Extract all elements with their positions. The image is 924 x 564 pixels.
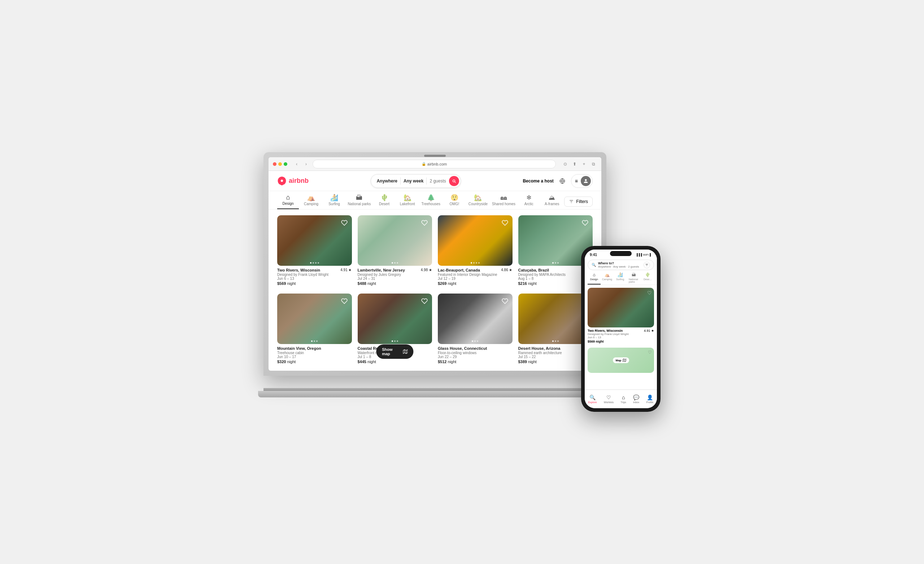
phone-status-icons: ▐▐▐ WiFi ▌ <box>636 253 652 256</box>
phone-surfing-label: Surfing <box>616 278 624 281</box>
phone-cat-national-parks[interactable]: 🏔 National parks <box>627 272 641 284</box>
close-button[interactable] <box>273 162 276 166</box>
browser-chrome: ‹ › 🔒 airbnb.com ⊙ ⬆ + ⧉ <box>268 157 602 171</box>
listing-info-0: Two Rivers, Wisconsin 4.91 ★ Designed by… <box>277 266 352 288</box>
dot-indicators-0 <box>310 262 319 263</box>
phone-map-heart[interactable]: ♡ <box>648 350 652 355</box>
listing-image-2 <box>438 215 513 266</box>
listing-dates-1: Jul 24 – 31 <box>358 277 432 281</box>
category-item-surfing[interactable]: 🏄 Surfing <box>323 194 345 209</box>
category-item-design[interactable]: ⌂ Design <box>277 194 299 209</box>
hamburger-icon: ≡ <box>575 178 578 184</box>
wishlist-button-1[interactable] <box>420 218 429 227</box>
listing-card-0[interactable]: Two Rivers, Wisconsin 4.91 ★ Designed by… <box>277 215 352 288</box>
phone-time: 9:41 <box>590 253 597 257</box>
listing-card-1[interactable]: Lambertville, New Jersey 4.98 ★ Designed… <box>358 215 432 288</box>
phone-tab-trips[interactable]: ⌂ Trips <box>621 395 626 404</box>
phone-tab-inbox[interactable]: 💬 Inbox <box>633 395 639 404</box>
phone-tab-wishlists[interactable]: ♡ Wishlists <box>604 395 614 404</box>
listing-location-4: Mountain View, Oregon <box>277 346 321 350</box>
download-icon[interactable]: ⊙ <box>562 160 569 168</box>
phone-tab-explore[interactable]: 🔍 Explore <box>588 395 597 404</box>
wishlist-button-0[interactable] <box>340 218 349 227</box>
category-label-a-frames: A-frames <box>544 202 560 206</box>
share-icon[interactable]: ⬆ <box>571 160 578 168</box>
user-icon <box>583 178 589 184</box>
category-item-lakefront[interactable]: 🏡 Lakefront <box>397 194 418 209</box>
category-item-national-parks[interactable]: 🏔 National parks <box>346 194 372 209</box>
dot-indicators-7 <box>552 340 559 342</box>
guests-segment[interactable]: 2 guests <box>429 178 446 184</box>
explore-icon: 🔍 <box>590 395 596 400</box>
phone-cat-desert[interactable]: 🌵 Dese... <box>641 272 654 284</box>
wishlist-button-6[interactable] <box>500 296 510 306</box>
sliders-icon <box>645 263 649 267</box>
user-menu[interactable]: ≡ <box>571 174 592 188</box>
category-item-arctic[interactable]: ❄ Arctic <box>518 194 540 209</box>
wishlist-button-3[interactable] <box>580 218 590 227</box>
airbnb-logo[interactable]: airbnb <box>277 177 309 186</box>
profile-label: Profile <box>646 401 653 404</box>
category-item-shared-homes[interactable]: 🏘 Shared homes <box>491 194 516 209</box>
phone-desert-icon: 🌵 <box>645 272 650 277</box>
phone-filter-icon[interactable] <box>644 262 650 268</box>
phone-search-bar[interactable]: 🔍 Where to? Anywhere · Any week · 2 gues… <box>588 260 654 270</box>
phone-surfing-icon: 🏄 <box>618 272 623 277</box>
tabs-icon[interactable]: ⧉ <box>590 160 597 168</box>
category-item-countryside[interactable]: 🏡 Countryside <box>467 194 489 209</box>
filters-button[interactable]: Filters <box>564 196 592 206</box>
listing-price-2: $269 night <box>438 281 513 286</box>
phone-heart-button[interactable]: ♡ <box>647 290 652 296</box>
become-host-link[interactable]: Become a host <box>523 178 554 184</box>
category-item-omg[interactable]: 😲 OMG! <box>444 194 465 209</box>
wishlist-button-4[interactable] <box>340 296 349 306</box>
dates-segment[interactable]: Any week <box>404 178 423 184</box>
listing-image-4 <box>277 293 352 344</box>
listing-card-2[interactable]: Lac-Beauport, Canada 4.86 ★ Featured in … <box>438 215 513 288</box>
listing-card-5[interactable]: Show map Coastal Retreat, Maine Waterfro… <box>358 293 432 366</box>
new-tab-icon[interactable]: + <box>580 160 588 168</box>
category-label-design: Design <box>282 202 294 205</box>
listing-info-2: Lac-Beauport, Canada 4.86 ★ Featured in … <box>438 266 513 288</box>
show-map-button[interactable]: Show map <box>376 344 413 359</box>
listing-image-5 <box>358 293 432 344</box>
wishlist-button-2[interactable] <box>500 218 510 227</box>
listing-desc-0: Designed by Frank Lloyd Wright <box>277 272 352 277</box>
back-button[interactable]: ‹ <box>293 160 300 168</box>
lakefront-icon: 🏡 <box>404 194 411 201</box>
category-item-treehouses[interactable]: 🌲 Treehouses <box>420 194 442 209</box>
phone-map-button[interactable]: Map <box>613 358 629 363</box>
phone-notch <box>610 251 632 256</box>
forward-button[interactable]: › <box>303 160 310 168</box>
category-item-camping[interactable]: ⛺ Camping <box>300 194 322 209</box>
category-item-a-frames[interactable]: ⛰ A-frames <box>541 194 563 209</box>
phone-map[interactable]: Map ♡ <box>588 348 654 373</box>
language-button[interactable] <box>557 176 567 186</box>
phone-cat-design[interactable]: ⌂ Design <box>588 272 601 284</box>
category-item-desert[interactable]: 🌵 Desert <box>374 194 395 209</box>
airbnb-header: airbnb Anywhere Any week 2 guests <box>268 171 602 191</box>
phone-search-sub: Anywhere · Any week · 2 guests <box>598 265 641 268</box>
phone-tabbar: 🔍 Explore ♡ Wishlists ⌂ Trips 💬 Inbox 👤 <box>585 389 657 408</box>
listing-card-6[interactable]: Glass House, Connecticut Floor-to-ceilin… <box>438 293 513 366</box>
browser-actions: ⊙ ⬆ + ⧉ <box>562 160 597 168</box>
phone-desert-label: Dese... <box>644 278 651 281</box>
phone-tab-profile[interactable]: 👤 Profile <box>646 395 653 404</box>
phone-listing-card[interactable]: ♡ Two Rivers, Wisconsin 4.91 ★ Designed … <box>585 285 657 348</box>
wishlist-button-5[interactable] <box>420 296 429 306</box>
listing-image-1 <box>358 215 432 266</box>
search-divider-1 <box>400 177 400 185</box>
listing-location-1: Lambertville, New Jersey <box>358 268 405 272</box>
phone-cat-camping[interactable]: ⛺ Camping <box>601 272 614 284</box>
maximize-button[interactable] <box>284 162 287 166</box>
search-button[interactable] <box>449 176 459 186</box>
listing-card-4[interactable]: Mountain View, Oregon Treehouse cabin Ju… <box>277 293 352 366</box>
address-bar[interactable]: 🔒 airbnb.com <box>313 160 556 168</box>
battery-icon: ▌ <box>650 253 652 256</box>
listing-image-0 <box>277 215 352 266</box>
minimize-button[interactable] <box>278 162 282 166</box>
laptop: ‹ › 🔒 airbnb.com ⊙ ⬆ + ⧉ <box>264 152 606 397</box>
phone-cat-surfing[interactable]: 🏄 Surfing <box>614 272 627 284</box>
location-segment[interactable]: Anywhere <box>377 178 398 184</box>
search-bar[interactable]: Anywhere Any week 2 guests <box>370 174 461 188</box>
